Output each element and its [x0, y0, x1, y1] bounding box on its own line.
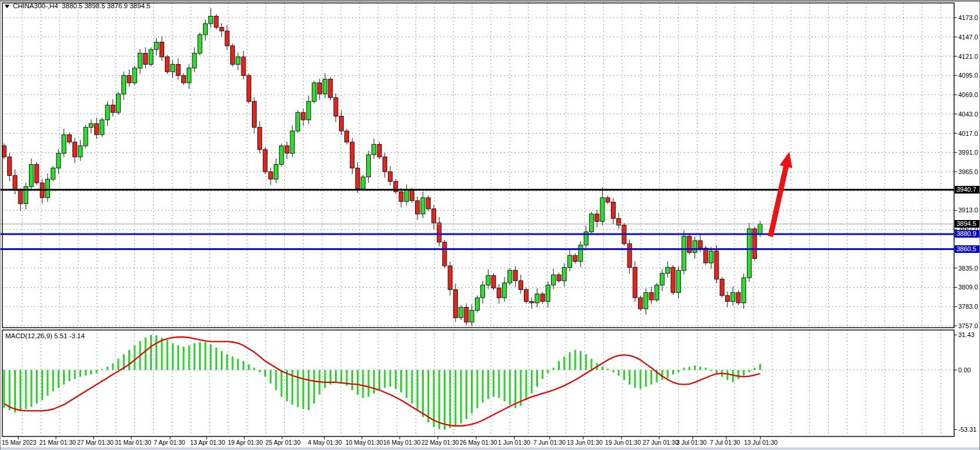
time-axis-tick: 19 Jun 01:30 — [605, 439, 641, 446]
time-axis-tick: 3 Jul 01:30 — [676, 439, 706, 446]
macd-label: MACD(12,26,9) 5.51 -3.14 — [5, 332, 85, 339]
price-axis-tick: 4043.0 — [958, 111, 978, 118]
chart-title-symbol: CHINA300-,H4 — [13, 2, 58, 9]
price-axis-tick: 3991.0 — [958, 149, 978, 156]
price-axis-tick: 4095.0 — [958, 72, 978, 79]
time-axis-tick: 10 May 01:30 — [346, 439, 383, 446]
time-axis-tick: 7 Apr 01:30 — [154, 439, 185, 446]
chart-canvas[interactable] — [1, 0, 980, 450]
time-axis-tick: 25 Apr 01:30 — [265, 439, 301, 446]
price-badge: 3894.5 — [955, 220, 980, 228]
price-axis-tick: 4173.0 — [958, 14, 978, 21]
price-axis-tick: 4147.0 — [958, 34, 978, 41]
time-axis-tick: 31 Mar 01:30 — [115, 439, 151, 446]
price-axis-tick: 3783.0 — [958, 303, 978, 310]
price-axis-tick: 3757.0 — [958, 322, 978, 329]
time-axis-tick: 16 May 01:30 — [383, 439, 421, 446]
time-axis-tick: 7 Jun 01:30 — [533, 439, 566, 446]
price-axis-tick: 4121.0 — [958, 53, 978, 60]
time-axis-tick: 27 Jun 01:30 — [643, 439, 679, 446]
time-axis-tick: 27 Mar 01:30 — [77, 439, 114, 446]
price-axis-tick: 3965.0 — [958, 168, 978, 175]
time-axis-tick: 19 Apr 01:30 — [228, 439, 263, 446]
time-axis-tick: 13 Jul 01:30 — [744, 439, 778, 446]
time-axis-tick: 13 Apr 01:30 — [190, 439, 225, 446]
price-axis-tick: 3913.0 — [958, 206, 978, 214]
window-bottom-edge — [1, 448, 980, 450]
price-axis-tick: 4069.0 — [958, 91, 978, 98]
price-axis-tick: 3835.0 — [958, 265, 978, 272]
price-badge: 3880.9 — [955, 230, 980, 238]
macd-level-label: -53.31 — [958, 426, 976, 433]
symbol-dropdown-icon[interactable] — [5, 5, 9, 8]
macd-level-label: 31.43 — [958, 331, 975, 338]
price-axis-tick: 3809.0 — [958, 284, 978, 291]
mt4-chart-window: CHINA300-,H4 3880.5 3898.5 3876.9 3894.5… — [0, 0, 980, 450]
price-badge: 3860.5 — [955, 245, 980, 253]
price-badge: 3940.7 — [955, 186, 980, 194]
time-axis-tick: 13 Jun 01:30 — [567, 439, 603, 446]
time-axis-tick: 4 May 01:30 — [308, 439, 342, 446]
price-axis-tick: 4017.0 — [958, 130, 978, 137]
time-axis-tick: 22 May 01:30 — [421, 439, 459, 446]
time-axis-tick: 7 Jul 01:30 — [710, 439, 740, 446]
chart-title: CHINA300-,H4 3880.5 3898.5 3876.9 3894.5 — [5, 2, 150, 9]
time-axis-tick: 15 Mar 2023 — [2, 439, 36, 446]
time-axis-tick: 21 Mar 01:30 — [39, 439, 76, 446]
time-axis-tick: 1 Jun 01:30 — [498, 439, 530, 446]
chart-title-ohlc: 3880.5 3898.5 3876.9 3894.5 — [62, 2, 150, 9]
time-axis-tick: 26 May 01:30 — [460, 439, 497, 446]
macd-level-label: 0.00 — [958, 366, 971, 374]
